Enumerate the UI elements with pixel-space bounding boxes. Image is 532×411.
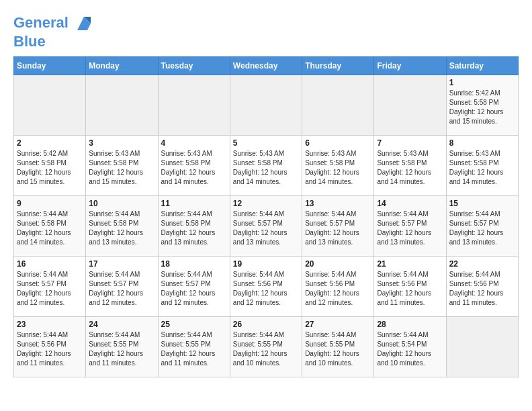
day-number: 27 xyxy=(305,320,371,329)
day-number: 1 xyxy=(449,78,515,87)
day-header-thursday: Thursday xyxy=(302,57,374,75)
day-cell: 8Sunrise: 5:43 AMSunset: 5:58 PMDaylight… xyxy=(446,136,518,196)
day-cell: 10Sunrise: 5:44 AMSunset: 5:58 PMDayligh… xyxy=(86,196,158,257)
week-row-4: 16Sunrise: 5:44 AMSunset: 5:57 PMDayligh… xyxy=(14,257,519,317)
logo: General Blue xyxy=(13,13,94,50)
day-cell: 6Sunrise: 5:43 AMSunset: 5:58 PMDaylight… xyxy=(302,136,374,196)
day-cell: 11Sunrise: 5:44 AMSunset: 5:58 PMDayligh… xyxy=(158,196,230,257)
day-cell: 25Sunrise: 5:44 AMSunset: 5:55 PMDayligh… xyxy=(158,317,230,377)
day-info: Sunrise: 5:43 AMSunset: 5:58 PMDaylight:… xyxy=(89,149,154,187)
day-info: Sunrise: 5:44 AMSunset: 5:54 PMDaylight:… xyxy=(377,330,443,368)
day-header-saturday: Saturday xyxy=(446,57,518,75)
day-cell: 16Sunrise: 5:44 AMSunset: 5:57 PMDayligh… xyxy=(14,257,86,317)
day-cell: 15Sunrise: 5:44 AMSunset: 5:57 PMDayligh… xyxy=(446,196,518,257)
day-cell xyxy=(14,75,86,136)
week-row-1: 1Sunrise: 5:42 AMSunset: 5:58 PMDaylight… xyxy=(14,75,519,136)
day-header-tuesday: Tuesday xyxy=(158,57,230,75)
day-cell xyxy=(230,75,302,136)
day-info: Sunrise: 5:43 AMSunset: 5:58 PMDaylight:… xyxy=(377,149,443,187)
day-info: Sunrise: 5:44 AMSunset: 5:55 PMDaylight:… xyxy=(305,330,371,368)
day-cell: 23Sunrise: 5:44 AMSunset: 5:56 PMDayligh… xyxy=(14,317,86,377)
day-info: Sunrise: 5:42 AMSunset: 5:58 PMDaylight:… xyxy=(17,149,83,187)
day-info: Sunrise: 5:43 AMSunset: 5:58 PMDaylight:… xyxy=(305,149,371,187)
day-number: 25 xyxy=(161,320,227,329)
day-info: Sunrise: 5:44 AMSunset: 5:57 PMDaylight:… xyxy=(17,270,83,308)
day-cell xyxy=(86,75,158,136)
day-cell: 24Sunrise: 5:44 AMSunset: 5:55 PMDayligh… xyxy=(86,317,158,377)
day-cell: 20Sunrise: 5:44 AMSunset: 5:56 PMDayligh… xyxy=(302,257,374,317)
day-header-monday: Monday xyxy=(86,57,158,75)
day-cell: 3Sunrise: 5:43 AMSunset: 5:58 PMDaylight… xyxy=(86,136,158,196)
day-info: Sunrise: 5:43 AMSunset: 5:58 PMDaylight:… xyxy=(233,149,299,187)
day-cell: 5Sunrise: 5:43 AMSunset: 5:58 PMDaylight… xyxy=(230,136,302,196)
day-cell: 1Sunrise: 5:42 AMSunset: 5:58 PMDaylight… xyxy=(446,75,518,136)
day-number: 3 xyxy=(89,138,154,148)
day-number: 20 xyxy=(305,259,371,269)
logo-text: General xyxy=(13,13,94,34)
calendar-table: SundayMondayTuesdayWednesdayThursdayFrid… xyxy=(13,56,519,377)
day-info: Sunrise: 5:44 AMSunset: 5:57 PMDaylight:… xyxy=(89,270,154,308)
day-info: Sunrise: 5:44 AMSunset: 5:57 PMDaylight:… xyxy=(233,210,299,247)
day-info: Sunrise: 5:44 AMSunset: 5:57 PMDaylight:… xyxy=(305,210,371,247)
day-number: 23 xyxy=(17,320,83,329)
day-cell: 17Sunrise: 5:44 AMSunset: 5:57 PMDayligh… xyxy=(86,257,158,317)
day-info: Sunrise: 5:44 AMSunset: 5:56 PMDaylight:… xyxy=(17,330,83,368)
day-info: Sunrise: 5:43 AMSunset: 5:58 PMDaylight:… xyxy=(449,149,515,187)
day-cell: 21Sunrise: 5:44 AMSunset: 5:56 PMDayligh… xyxy=(374,257,446,317)
day-number: 12 xyxy=(233,199,299,208)
day-number: 18 xyxy=(161,259,227,269)
day-number: 14 xyxy=(377,199,443,208)
day-header-friday: Friday xyxy=(374,57,446,75)
day-cell xyxy=(446,317,518,377)
day-header-wednesday: Wednesday xyxy=(230,57,302,75)
day-cell: 4Sunrise: 5:43 AMSunset: 5:58 PMDaylight… xyxy=(158,136,230,196)
day-info: Sunrise: 5:44 AMSunset: 5:55 PMDaylight:… xyxy=(89,330,154,368)
day-cell: 26Sunrise: 5:44 AMSunset: 5:55 PMDayligh… xyxy=(230,317,302,377)
day-info: Sunrise: 5:44 AMSunset: 5:55 PMDaylight:… xyxy=(233,330,299,368)
day-cell: 27Sunrise: 5:44 AMSunset: 5:55 PMDayligh… xyxy=(302,317,374,377)
day-cell: 22Sunrise: 5:44 AMSunset: 5:56 PMDayligh… xyxy=(446,257,518,317)
logo-icon xyxy=(74,13,94,34)
week-row-5: 23Sunrise: 5:44 AMSunset: 5:56 PMDayligh… xyxy=(14,317,519,377)
day-number: 9 xyxy=(17,199,83,208)
week-row-2: 2Sunrise: 5:42 AMSunset: 5:58 PMDaylight… xyxy=(14,136,519,196)
page-header: General Blue xyxy=(13,13,519,50)
day-cell: 19Sunrise: 5:44 AMSunset: 5:56 PMDayligh… xyxy=(230,257,302,317)
day-info: Sunrise: 5:42 AMSunset: 5:58 PMDaylight:… xyxy=(449,89,515,126)
day-number: 21 xyxy=(377,259,443,269)
day-number: 10 xyxy=(89,199,154,208)
day-cell: 13Sunrise: 5:44 AMSunset: 5:57 PMDayligh… xyxy=(302,196,374,257)
day-cell xyxy=(158,75,230,136)
day-cell xyxy=(302,75,374,136)
day-info: Sunrise: 5:44 AMSunset: 5:56 PMDaylight:… xyxy=(305,270,371,308)
day-number: 4 xyxy=(161,138,227,148)
day-info: Sunrise: 5:44 AMSunset: 5:58 PMDaylight:… xyxy=(17,210,83,247)
day-cell: 7Sunrise: 5:43 AMSunset: 5:58 PMDaylight… xyxy=(374,136,446,196)
day-info: Sunrise: 5:44 AMSunset: 5:58 PMDaylight:… xyxy=(161,210,227,247)
day-info: Sunrise: 5:44 AMSunset: 5:58 PMDaylight:… xyxy=(89,210,154,247)
day-number: 26 xyxy=(233,320,299,329)
day-cell xyxy=(374,75,446,136)
day-number: 22 xyxy=(449,259,515,269)
day-cell: 14Sunrise: 5:44 AMSunset: 5:57 PMDayligh… xyxy=(374,196,446,257)
day-info: Sunrise: 5:43 AMSunset: 5:58 PMDaylight:… xyxy=(161,149,227,187)
day-info: Sunrise: 5:44 AMSunset: 5:57 PMDaylight:… xyxy=(449,210,515,247)
calendar-header-row: SundayMondayTuesdayWednesdayThursdayFrid… xyxy=(14,57,519,75)
day-number: 2 xyxy=(17,138,83,148)
day-info: Sunrise: 5:44 AMSunset: 5:57 PMDaylight:… xyxy=(161,270,227,308)
week-row-3: 9Sunrise: 5:44 AMSunset: 5:58 PMDaylight… xyxy=(14,196,519,257)
day-number: 6 xyxy=(305,138,371,148)
day-cell: 28Sunrise: 5:44 AMSunset: 5:54 PMDayligh… xyxy=(374,317,446,377)
day-cell: 2Sunrise: 5:42 AMSunset: 5:58 PMDaylight… xyxy=(14,136,86,196)
logo-blue: Blue xyxy=(13,34,94,50)
day-number: 28 xyxy=(377,320,443,329)
day-number: 7 xyxy=(377,138,443,148)
day-number: 17 xyxy=(89,259,154,269)
day-info: Sunrise: 5:44 AMSunset: 5:55 PMDaylight:… xyxy=(161,330,227,368)
day-number: 13 xyxy=(305,199,371,208)
day-cell: 9Sunrise: 5:44 AMSunset: 5:58 PMDaylight… xyxy=(14,196,86,257)
day-info: Sunrise: 5:44 AMSunset: 5:57 PMDaylight:… xyxy=(377,210,443,247)
day-info: Sunrise: 5:44 AMSunset: 5:56 PMDaylight:… xyxy=(377,270,443,308)
day-number: 8 xyxy=(449,138,515,148)
day-info: Sunrise: 5:44 AMSunset: 5:56 PMDaylight:… xyxy=(449,270,515,308)
